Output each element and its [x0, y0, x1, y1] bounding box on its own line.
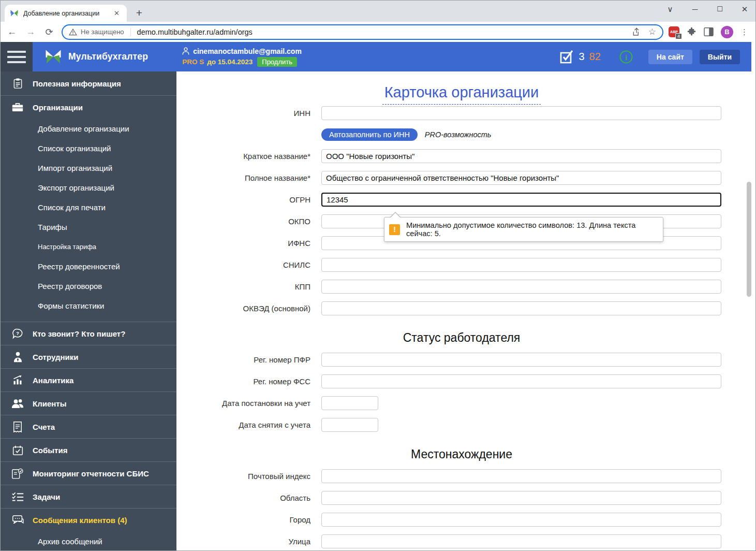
tab-strip: Добавление организации ✕ + ∨ ─ ☐ ✕ — [1, 1, 755, 22]
extensions-puzzle-icon[interactable] — [687, 27, 696, 37]
deregistration-date-input[interactable] — [321, 418, 378, 432]
sidebar-item-who-calls[interactable]: ? Кто звонит? Кто пишет? — [1, 322, 176, 345]
omnibox-divider — [130, 28, 131, 36]
sidebar-item-contracts-registry[interactable]: Реестр договоров — [1, 276, 176, 296]
kpp-input[interactable] — [321, 280, 721, 294]
section-heading-employer-status: Статус работодателя — [176, 331, 747, 345]
registration-date-input[interactable] — [321, 396, 378, 410]
ogrn-input[interactable] — [321, 193, 721, 207]
adblock-icon[interactable]: ABP 4 — [669, 26, 679, 37]
briefcase-icon — [11, 103, 24, 112]
page-title: Карточка организации — [382, 84, 541, 105]
field-label-okpo: ОКПО — [176, 217, 321, 226]
sidebar-item-client-messages[interactable]: Сообщения клиентов (4) — [1, 509, 176, 531]
full-name-input[interactable] — [321, 171, 721, 185]
account-email[interactable]: cinemanoctambule@gmail.com — [182, 47, 302, 55]
sidebar-item-events[interactable]: События — [1, 439, 176, 461]
tasks-checkbox-icon[interactable] — [560, 49, 574, 64]
sidebar-item-tariff-settings[interactable]: Настройка тарифа — [1, 237, 176, 256]
butterfly-logo-icon — [44, 49, 63, 64]
profile-avatar[interactable]: B — [721, 26, 733, 38]
sidebar-item-add-organization[interactable]: Добавление организации — [1, 119, 176, 138]
brand-logo[interactable]: Мультибухгалтер — [44, 49, 148, 64]
inn-input[interactable] — [321, 106, 721, 120]
user-icon — [182, 47, 189, 55]
adblock-badge: 4 — [675, 33, 682, 39]
checklist-icon — [11, 492, 24, 502]
field-label-deregistration-date: Дата снятия с учета — [176, 421, 321, 429]
postal-code-input[interactable] — [321, 469, 721, 483]
info-icon[interactable]: i — [619, 50, 633, 64]
window-minimize-icon[interactable]: ─ — [689, 2, 701, 17]
browser-tab[interactable]: Добавление организации ✕ — [5, 5, 127, 22]
question-bubble-icon: ? — [11, 328, 24, 339]
sidebar-item-sbis-monitoring[interactable]: Мониторинг отчетности СБИС — [1, 462, 176, 485]
reload-icon[interactable]: ⟳ — [42, 26, 56, 38]
forward-icon[interactable]: → — [23, 26, 38, 37]
snils-input[interactable] — [321, 258, 721, 272]
okved-input[interactable] — [321, 301, 721, 315]
sidebar-item-employees[interactable]: Сотрудники — [1, 345, 176, 368]
sidebar-item-tasks[interactable]: Задачи — [1, 485, 176, 508]
sidebar-item-tariffs[interactable]: Тарифы — [1, 217, 176, 237]
renew-button[interactable]: Продлить — [257, 57, 297, 67]
svg-text:i: i — [625, 53, 627, 62]
address-bar[interactable]: Не защищено demo.multibuhgalter.ru/admin… — [62, 24, 663, 40]
sidebar-item-export-organizations[interactable]: Экспорт организаций — [1, 178, 176, 197]
browser-menu-kebab-icon[interactable]: ⋮ — [740, 27, 748, 37]
validation-message: Минимально допустимое количество символо… — [406, 221, 658, 238]
to-site-button[interactable]: На сайт — [648, 50, 692, 64]
url-text[interactable]: demo.multibuhgalter.ru/admin/orgs — [137, 28, 624, 36]
person-icon — [11, 352, 24, 363]
autofill-by-inn-button[interactable]: Автозаполнить по ИНН — [321, 128, 418, 141]
window-maximize-icon[interactable]: ☐ — [714, 2, 725, 17]
field-label-street: Улица — [176, 537, 321, 546]
share-icon[interactable] — [631, 27, 641, 37]
sidebar-item-useful-info[interactable]: Полезная информация — [1, 71, 176, 95]
validation-tooltip: ! Минимально допустимое количество симво… — [384, 217, 663, 242]
sidebar-item-analytics[interactable]: Аналитика — [1, 369, 176, 392]
field-label-ogrn: ОГРН — [176, 195, 321, 204]
field-label-postal-code: Почтовый индекс — [176, 472, 321, 481]
new-tab-button[interactable]: + — [132, 6, 146, 20]
hamburger-menu-icon[interactable] — [1, 42, 33, 71]
region-input[interactable] — [321, 491, 721, 505]
sidebar-item-organizations[interactable]: Организации — [1, 96, 176, 119]
chat-icon — [11, 515, 24, 526]
field-label-fss: Рег. номер ФСС — [176, 377, 321, 386]
sidebar-item-organization-list[interactable]: Список организаций — [1, 138, 176, 158]
scrollbar-thumb[interactable] — [747, 182, 751, 297]
tab-close-icon[interactable]: ✕ — [112, 8, 122, 18]
sidebar-item-import-organizations[interactable]: Импорт организаций — [1, 158, 176, 178]
sidebar-item-statistics-forms[interactable]: Формы статистики — [1, 296, 176, 315]
sidebar-item-invoices[interactable]: Счета — [1, 415, 176, 438]
sidebar-item-poa-registry[interactable]: Реестр доверенностей — [1, 256, 176, 276]
tasks-pending-count[interactable]: 82 — [589, 51, 601, 63]
fss-reg-input[interactable] — [321, 374, 721, 388]
main-content: Карточка организации ИНН Автозаполнить п… — [176, 71, 747, 550]
invoice-icon — [11, 422, 24, 432]
back-icon[interactable]: ← — [5, 26, 19, 37]
sidebar-item-print-list[interactable]: Список для печати — [1, 197, 176, 217]
bookmark-star-icon[interactable]: ☆ — [648, 26, 656, 37]
pfr-reg-input[interactable] — [321, 353, 721, 367]
street-input[interactable] — [321, 534, 721, 548]
warning-exclamation-icon: ! — [389, 224, 400, 235]
security-label: Не защищено — [81, 28, 124, 36]
logout-button[interactable]: Выйти — [700, 50, 740, 64]
favicon-butterfly-icon — [10, 9, 19, 17]
sidebar-item-clients[interactable]: Клиенты — [1, 392, 176, 415]
field-label-snils: СНИЛС — [176, 260, 321, 269]
app-header: Мультибухгалтер cinemanoctambule@gmail.c… — [33, 42, 751, 71]
side-panel-icon[interactable] — [704, 27, 714, 36]
field-label-city: Город — [176, 515, 321, 524]
not-secure-icon[interactable] — [69, 28, 77, 36]
field-label-registration-date: Дата постановки на учет — [176, 399, 321, 408]
plan-expiry: до 15.04.2023 — [207, 58, 253, 66]
short-name-input[interactable] — [321, 149, 721, 163]
sidebar-item-message-archive[interactable]: Архив сообщений — [1, 531, 176, 550]
tasks-done-count[interactable]: 3 — [579, 51, 584, 63]
city-input[interactable] — [321, 513, 721, 527]
window-chevron-icon[interactable]: ∨ — [664, 2, 676, 17]
window-close-icon[interactable]: ✕ — [739, 2, 750, 17]
